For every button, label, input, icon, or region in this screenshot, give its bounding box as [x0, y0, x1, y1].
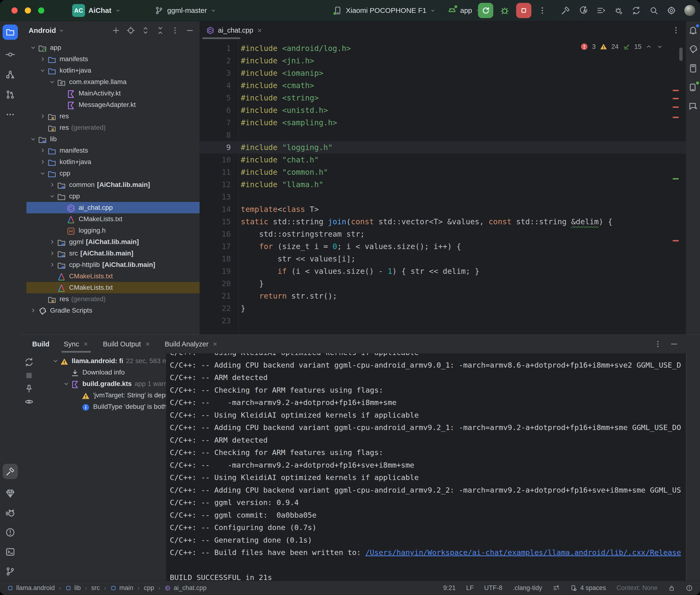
breadcrumb-item[interactable]: src: [91, 584, 100, 592]
tree-item-res[interactable]: res: [20, 111, 200, 122]
chevron-right-icon[interactable]: [38, 113, 47, 120]
run-configuration-selector[interactable]: app: [447, 0, 482, 21]
zoom-window-button[interactable]: [38, 7, 44, 13]
more-vert-button[interactable]: [171, 26, 179, 35]
tree-item-common[interactable]: common[AiChat.lib.main]: [20, 179, 200, 191]
tree-item-ai-chat-cpp[interactable]: ai_chat.cpp: [20, 202, 200, 213]
tree-item-manifests[interactable]: manifests: [20, 53, 200, 65]
status-item-inspections[interactable]: [553, 585, 560, 592]
breadcrumb-item[interactable]: llama.android: [7, 584, 55, 592]
build-console[interactable]: C/C++: -- Using KleidiAI optimized kerne…: [166, 353, 686, 581]
add-button[interactable]: [111, 26, 120, 35]
tree-item-cmakelists-txt[interactable]: CMakeLists.txt: [20, 213, 200, 225]
analysis-stripe-mark[interactable]: [673, 98, 679, 99]
sync-tree-item[interactable]: BuildType 'debug' is both de: [47, 401, 166, 413]
tree-item-logging-h[interactable]: logging.h: [20, 225, 200, 236]
chevron-down-icon[interactable]: [51, 358, 60, 365]
locate-button[interactable]: [126, 26, 135, 35]
commit-button[interactable]: [5, 49, 16, 60]
build-tab-build-analyzer[interactable]: Build Analyzer: [165, 335, 218, 353]
tree-item-lib[interactable]: lib: [20, 133, 200, 145]
close-tab-icon[interactable]: [212, 341, 218, 347]
collapse-all-button[interactable]: [156, 26, 165, 35]
chevron-down-icon[interactable]: [38, 67, 47, 74]
inspections-widget[interactable]: 32415: [580, 41, 663, 52]
branch-selector[interactable]: ggml-master: [155, 0, 217, 21]
stop-square-button[interactable]: [24, 370, 34, 380]
re-sync-button[interactable]: [24, 357, 34, 367]
build-button[interactable]: [561, 6, 570, 15]
settings-button[interactable]: [667, 6, 676, 15]
console-link[interactable]: /Users/hanyin/Workspace/ai-chat/examples…: [365, 548, 681, 557]
chevron-down-icon[interactable]: [29, 136, 38, 143]
close-tab-icon[interactable]: [256, 27, 263, 34]
sync-tree-item[interactable]: Download info: [47, 367, 166, 378]
project-selector[interactable]: AC AiChat: [72, 0, 121, 21]
status-item[interactable]: 9:21: [443, 584, 456, 592]
chevron-down-icon[interactable]: [62, 380, 71, 387]
sync-tree-item[interactable]: 'jvmTarget: String' is deprec: [47, 390, 166, 401]
hide-button[interactable]: [670, 340, 678, 348]
chevron-right-icon[interactable]: [48, 261, 57, 268]
sync-project-button[interactable]: [579, 6, 588, 15]
build-tab-build-output[interactable]: Build Output: [103, 335, 150, 353]
tree-item-app[interactable]: app: [20, 42, 200, 53]
breadcrumb-item[interactable]: ai_chat.cpp: [165, 584, 206, 592]
chevron-right-icon[interactable]: [48, 250, 57, 257]
chevron-right-icon[interactable]: [48, 238, 57, 246]
status-item-error-circle[interactable]: [686, 585, 693, 592]
running-devices-button[interactable]: [688, 82, 698, 93]
console-scrollbar-track[interactable]: [686, 353, 687, 581]
version-control-button[interactable]: [5, 566, 16, 577]
search-button[interactable]: [649, 6, 659, 15]
analysis-stripe-mark[interactable]: [673, 178, 679, 179]
build-tab-sync[interactable]: Sync: [64, 335, 89, 353]
editor-tab-ai-chat-cpp[interactable]: ai_chat.cpp: [200, 21, 270, 39]
editor-options-icon[interactable]: [671, 26, 681, 35]
expand-all-button[interactable]: [141, 26, 150, 35]
close-window-button[interactable]: [11, 7, 18, 13]
problems-button[interactable]: [5, 527, 16, 538]
tree-item-ggml[interactable]: ggml[AiChat.lib.main]: [20, 236, 200, 248]
notifications-button[interactable]: [688, 25, 698, 35]
status-item-lock[interactable]: [668, 585, 675, 592]
tree-item-cmakelists-txt[interactable]: CMakeLists.txt: [20, 271, 200, 282]
breadcrumb-item[interactable]: cpp: [144, 584, 155, 592]
gem-button[interactable]: [5, 488, 16, 499]
chevron-right-icon[interactable]: [38, 158, 47, 166]
terminal-button[interactable]: [5, 547, 16, 557]
analysis-stripe-mark[interactable]: [673, 107, 679, 108]
tree-item-kotlin-java[interactable]: kotlin+java: [20, 156, 200, 168]
debug-button[interactable]: [500, 5, 510, 16]
tree-item-messageadapter-kt[interactable]: MessageAdapter.kt: [20, 99, 200, 111]
status-item-phone-gear[interactable]: 4 spaces: [570, 584, 606, 592]
app-inspection-button[interactable]: [614, 6, 623, 15]
close-tab-icon[interactable]: [83, 341, 89, 347]
sync-tree-item[interactable]: llama.android: fi22 sec, 583 ms: [47, 355, 166, 367]
tree-item-cpp[interactable]: cpp: [20, 191, 200, 202]
tree-item-com-example-llama[interactable]: com.example.llama: [20, 76, 200, 88]
user-avatar[interactable]: [684, 5, 695, 16]
tree-item-manifests[interactable]: manifests: [20, 145, 200, 156]
more-button[interactable]: [5, 109, 16, 120]
analysis-stripe-mark[interactable]: [673, 240, 679, 242]
project-folder-button[interactable]: [3, 25, 18, 40]
analysis-stripe-mark[interactable]: [673, 90, 679, 91]
status-item[interactable]: UTF-8: [484, 584, 503, 592]
tab-scrollbar[interactable]: [202, 37, 240, 39]
pull-requests-button[interactable]: [5, 89, 16, 100]
tree-item-gradle-scripts[interactable]: Gradle Scripts: [20, 305, 200, 316]
code-editor[interactable]: 1#include <android/log.h>2#include <jni.…: [200, 39, 686, 335]
minimize-window-button[interactable]: [25, 7, 31, 13]
tree-item-cmakelists-txt[interactable]: CMakeLists.txt: [20, 282, 200, 293]
tree-item-cpp[interactable]: cpp: [20, 168, 200, 179]
chevron-down-icon[interactable]: [48, 78, 57, 85]
breadcrumb-item[interactable]: lib: [65, 584, 81, 592]
analysis-stripe-mark[interactable]: [673, 117, 679, 118]
device-selector[interactable]: Xiaomi POCOPHONE F1: [333, 0, 436, 21]
tree-item-src[interactable]: src[AiChat.lib.main]: [20, 248, 200, 259]
ai-assistant-button[interactable]: [688, 101, 698, 112]
project-view-selector[interactable]: Android: [29, 26, 56, 34]
tree-item-res[interactable]: res(generated): [20, 122, 200, 133]
profiler-button[interactable]: [596, 6, 606, 15]
